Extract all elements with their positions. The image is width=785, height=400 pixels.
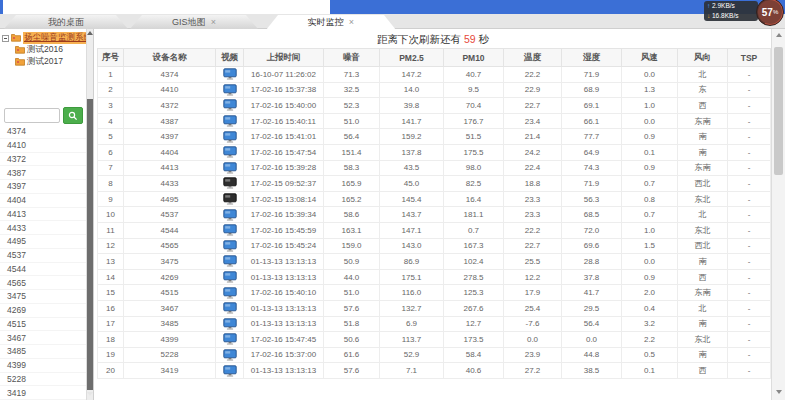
table-row[interactable]: 13347501-13-13 13:13:1350.986.9102.425.5… xyxy=(98,254,771,270)
video-icon[interactable] xyxy=(223,209,237,221)
table-row[interactable]: 19522817-02-16 15:37:0061.652.958.423.94… xyxy=(98,347,771,363)
video-icon[interactable] xyxy=(223,255,237,267)
video-icon[interactable] xyxy=(223,224,237,236)
video-icon[interactable] xyxy=(223,318,237,330)
cell-video[interactable] xyxy=(216,176,244,192)
table-row[interactable]: 16346701-13-13 13:13:1357.6132.7267.625.… xyxy=(98,300,771,316)
device-list-item[interactable]: 4565 xyxy=(0,276,86,290)
video-icon[interactable] xyxy=(223,131,237,143)
video-icon[interactable] xyxy=(223,68,237,80)
device-list-item[interactable]: 4515 xyxy=(0,318,86,332)
cell-video[interactable] xyxy=(216,285,244,301)
video-icon[interactable] xyxy=(223,349,237,361)
video-icon[interactable] xyxy=(223,177,237,189)
table-row[interactable]: 1437416-10-07 11:26:0271.3147.240.722.27… xyxy=(98,67,771,83)
video-icon[interactable] xyxy=(223,84,237,96)
scroll-down-icon[interactable] xyxy=(87,390,93,400)
device-list-item[interactable]: 4495 xyxy=(0,235,86,249)
table-row[interactable]: 7441317-02-16 15:39:2858.343.598.022.474… xyxy=(98,160,771,176)
device-list-item[interactable]: 3467 xyxy=(0,331,86,345)
device-list-item[interactable]: 4397 xyxy=(0,180,86,194)
device-list-item[interactable]: 4544 xyxy=(0,263,86,277)
tab-close-icon[interactable]: × xyxy=(211,18,216,27)
scroll-up-icon[interactable] xyxy=(87,31,93,35)
sidebar-scroll-thumb[interactable] xyxy=(87,99,93,390)
table-row[interactable]: 4438717-02-16 15:40:1151.0141.7176.723.4… xyxy=(98,113,771,129)
video-icon[interactable] xyxy=(223,287,237,299)
cell-video[interactable] xyxy=(216,347,244,363)
video-icon[interactable] xyxy=(223,240,237,252)
device-list-item[interactable]: 4269 xyxy=(0,304,86,318)
cell-video[interactable] xyxy=(216,82,244,98)
table-row[interactable]: 12456517-02-16 15:45:24159.0143.0167.322… xyxy=(98,238,771,254)
tree-child-node[interactable]: 测试2017 xyxy=(15,56,85,68)
cell-video[interactable] xyxy=(216,98,244,114)
tab-my-desktop[interactable]: 我的桌面 xyxy=(4,15,128,29)
tree-root-label[interactable]: 扬尘噪音监测系统 xyxy=(23,32,93,44)
table-row[interactable]: 14426901-13-13 13:13:1344.0175.1278.512.… xyxy=(98,269,771,285)
search-input[interactable] xyxy=(4,108,60,123)
device-list-item[interactable]: 4410 xyxy=(0,139,86,153)
table-row[interactable]: 18439917-02-16 15:47:4550.6113.7173.50.0… xyxy=(98,332,771,348)
cell-video[interactable] xyxy=(216,207,244,223)
scroll-down-icon[interactable] xyxy=(772,388,785,400)
video-icon[interactable] xyxy=(223,99,237,111)
tab-realtime-monitor[interactable]: 实时监控× xyxy=(266,15,396,30)
cell-video[interactable] xyxy=(216,191,244,207)
cell-video[interactable] xyxy=(216,222,244,238)
cell-video[interactable] xyxy=(216,113,244,129)
device-list-item[interactable]: 3475 xyxy=(0,290,86,304)
table-row[interactable]: 2441017-02-16 15:37:3832.514.09.522.968.… xyxy=(98,82,771,98)
table-row[interactable]: 10453717-02-16 15:39:3458.6143.7181.123.… xyxy=(98,207,771,223)
device-list-item[interactable]: 4537 xyxy=(0,249,86,263)
device-list-item[interactable]: 5228 xyxy=(0,373,86,387)
video-icon[interactable] xyxy=(223,146,237,158)
cell-video[interactable] xyxy=(216,129,244,145)
table-row[interactable]: 6440417-02-16 15:47:54151.4137.8175.524.… xyxy=(98,144,771,160)
video-icon[interactable] xyxy=(223,302,237,314)
video-icon[interactable] xyxy=(223,162,237,174)
device-list-item[interactable]: 4413 xyxy=(0,208,86,222)
video-icon[interactable] xyxy=(223,115,237,127)
table-row[interactable]: 9449517-02-15 13:08:14165.2145.416.423.3… xyxy=(98,191,771,207)
device-list-item[interactable]: 4399 xyxy=(0,359,86,373)
video-icon[interactable] xyxy=(223,365,237,377)
table-row[interactable]: 11454417-02-16 15:45:59163.1147.10.722.2… xyxy=(98,222,771,238)
table-row[interactable]: 15451517-02-16 15:40:1051.0116.0125.317.… xyxy=(98,285,771,301)
scroll-up-icon[interactable] xyxy=(776,33,782,37)
tree-child-node[interactable]: 测试2016 xyxy=(15,44,85,56)
device-list-item[interactable]: 3485 xyxy=(0,345,86,359)
device-list-item[interactable]: 3419 xyxy=(0,386,86,400)
table-row[interactable]: 5439717-02-16 15:41:0156.4159.251.521.47… xyxy=(98,129,771,145)
tab-gis-map[interactable]: GIS地图× xyxy=(130,15,258,29)
tree-root-node[interactable]: 扬尘噪音监测系统 xyxy=(2,32,85,44)
device-list-item[interactable]: 4374 xyxy=(0,125,86,139)
video-icon[interactable] xyxy=(223,193,237,205)
table-scrollbar[interactable] xyxy=(771,29,785,400)
cell-video[interactable] xyxy=(216,238,244,254)
video-icon[interactable] xyxy=(223,271,237,283)
cell-video[interactable] xyxy=(216,254,244,270)
device-list-item[interactable]: 4433 xyxy=(0,221,86,235)
cell-video[interactable] xyxy=(216,363,244,379)
table-row[interactable]: 20341901-13-13 13:13:1357.67.140.627.238… xyxy=(98,363,771,379)
cell-video[interactable] xyxy=(216,269,244,285)
device-list-item[interactable]: 4372 xyxy=(0,153,86,167)
device-list-item[interactable]: 4387 xyxy=(0,166,86,180)
tab-close-icon[interactable]: × xyxy=(349,18,354,27)
search-button[interactable] xyxy=(63,107,83,124)
table-row[interactable]: 17348501-13-13 13:13:1351.86.912.7-7.656… xyxy=(98,316,771,332)
cell-video[interactable] xyxy=(216,67,244,83)
cell-video[interactable] xyxy=(216,144,244,160)
table-row[interactable]: 8443317-02-15 09:52:37165.945.082.518.87… xyxy=(98,176,771,192)
cell-video[interactable] xyxy=(216,316,244,332)
cell-video[interactable] xyxy=(216,160,244,176)
cell-video[interactable] xyxy=(216,332,244,348)
cell-video[interactable] xyxy=(216,300,244,316)
tree-collapse-icon[interactable] xyxy=(2,35,9,42)
video-icon[interactable] xyxy=(223,333,237,345)
device-list-item[interactable]: 4404 xyxy=(0,194,86,208)
sidebar-scrollbar[interactable] xyxy=(86,29,94,400)
table-scroll-thumb[interactable] xyxy=(774,47,783,175)
table-row[interactable]: 3437217-02-16 15:40:0052.339.870.422.769… xyxy=(98,98,771,114)
